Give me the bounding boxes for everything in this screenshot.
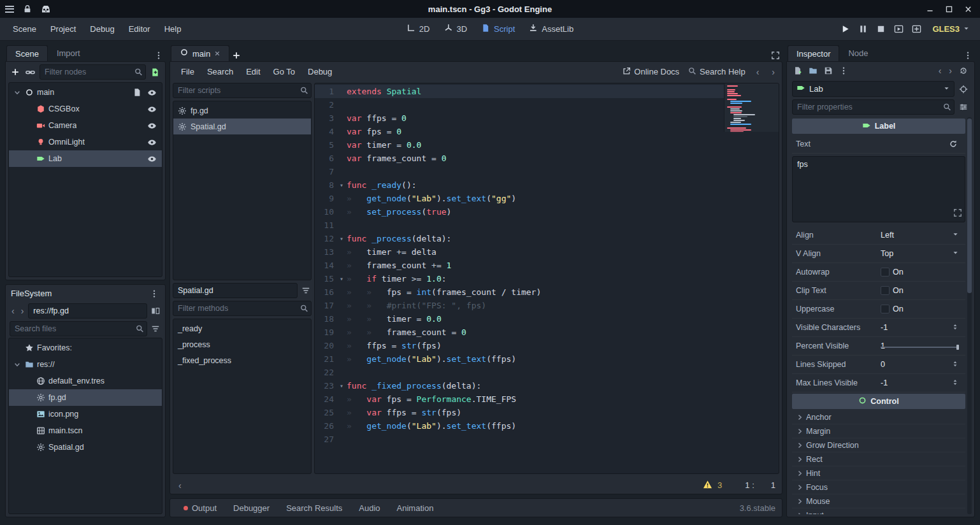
group-margin[interactable]: Margin [792, 424, 965, 438]
edited-node-select[interactable]: Lab [792, 81, 955, 97]
code-editor[interactable]: 1extends Spatial23var ffps = 04var fps =… [314, 83, 779, 474]
scene-node-csgbox[interactable]: CSGBox [9, 101, 162, 117]
slider-track[interactable] [881, 347, 959, 348]
menu-scene[interactable]: Scene [6, 22, 43, 36]
new-resource-icon[interactable] [792, 65, 803, 76]
node-tools-icon[interactable] [958, 83, 969, 95]
resource-options-icon[interactable] [838, 65, 849, 76]
fold-arrow-icon[interactable]: ▾ [336, 178, 347, 192]
method-item--ready[interactable]: _ready [173, 320, 311, 336]
add-node-button[interactable] [10, 66, 21, 78]
script-menu-search[interactable]: Search [201, 64, 239, 79]
chevron-down-icon[interactable] [952, 249, 959, 258]
renderer-select[interactable]: GLES3 [928, 23, 974, 35]
minimize-button[interactable] [921, 3, 938, 15]
inspector-forward-button[interactable]: › [947, 66, 954, 76]
menu-debug[interactable]: Debug [83, 22, 120, 36]
code-line-2[interactable]: 2 [315, 98, 779, 111]
code-minimap[interactable] [724, 83, 779, 132]
code-line-6[interactable]: 6var frames_count = 0 [315, 152, 779, 165]
code-line-27[interactable]: 27 [315, 433, 779, 446]
tab-inspector[interactable]: Inspector [788, 45, 839, 61]
group-input[interactable]: Input [792, 508, 965, 514]
spin-value[interactable]: 0 [881, 360, 885, 369]
save-resource-icon[interactable] [823, 65, 834, 76]
code-line-4[interactable]: 4var fps = 0 [315, 125, 779, 138]
code-line-26[interactable]: 26» get_node("Lab").set_text(ffps) [315, 419, 779, 433]
tab-node[interactable]: Node [840, 45, 876, 61]
file-item-icon-png[interactable]: icon.png [9, 406, 162, 422]
play-scene-button[interactable] [893, 23, 905, 35]
close-tab-icon[interactable] [214, 46, 220, 62]
bottom-tab-search-results[interactable]: Search Results [279, 501, 349, 515]
code-line-19[interactable]: 19» » frames_count = 0 [315, 326, 779, 339]
distraction-free-icon[interactable] [770, 50, 781, 61]
inspector-scrollbar[interactable] [967, 117, 972, 514]
text-value-editor[interactable]: fps [792, 156, 965, 222]
stepper-icon[interactable] [951, 359, 959, 370]
workspace-3d[interactable]: 3D [443, 24, 467, 34]
code-line-12[interactable]: 12▾func _process(delta): [315, 232, 779, 245]
inspector-back-button[interactable]: ‹ [937, 66, 944, 76]
tab-import[interactable]: Import [48, 45, 89, 61]
spin-value[interactable]: -1 [881, 378, 888, 387]
filter-properties-input[interactable] [792, 99, 955, 115]
script-history-back-button[interactable]: ‹ [754, 67, 761, 77]
fold-arrow-icon[interactable]: ▾ [336, 379, 347, 392]
online-docs-button[interactable]: Online Docs [623, 67, 679, 77]
bottom-tab-debugger[interactable]: Debugger [226, 501, 277, 515]
chevron-down-icon[interactable] [952, 231, 959, 240]
new-scene-tab-button[interactable] [231, 50, 242, 61]
file-item-main-tscn[interactable]: main.tscn [9, 422, 162, 439]
checkbox[interactable] [881, 286, 890, 295]
play-button[interactable] [839, 23, 851, 35]
file-item-favorites-[interactable]: Favorites: [9, 340, 162, 356]
visibility-eye-icon[interactable] [146, 87, 158, 99]
dock-options-icon[interactable] [148, 288, 160, 299]
method-item--process[interactable]: _process [173, 336, 311, 352]
instance-scene-button[interactable] [24, 66, 36, 78]
tab-scene[interactable]: Scene [6, 45, 48, 61]
workspace-2d[interactable]: 2D [407, 24, 430, 34]
code-line-11[interactable]: 11 [315, 219, 779, 232]
visibility-eye-icon[interactable] [146, 153, 158, 165]
scene-node-lab[interactable]: Lab [9, 150, 162, 167]
sort-methods-icon[interactable] [300, 285, 312, 296]
code-line-15[interactable]: 15▾» if timer >= 1.0: [315, 272, 779, 285]
warning-icon[interactable] [703, 480, 712, 491]
warning-count[interactable]: 3 [717, 480, 722, 490]
scene-node-camera[interactable]: Camera [9, 117, 162, 134]
nav-forward-button[interactable]: › [19, 306, 26, 316]
group-anchor[interactable]: Anchor [792, 410, 965, 424]
file-item-default-env-tres[interactable]: default_env.tres [9, 373, 162, 389]
code-line-24[interactable]: 24» var fps = Performance.TIME_FPS [315, 392, 779, 406]
section-control-header[interactable]: Control [792, 394, 965, 409]
expand-icon[interactable] [953, 208, 962, 219]
caret-down-icon[interactable] [13, 89, 22, 96]
bottom-tab-output[interactable]: Output [177, 501, 224, 515]
code-line-21[interactable]: 21» get_node("Lab").set_text(ffps) [315, 352, 779, 366]
stepper-icon[interactable] [951, 322, 959, 333]
method-item--fixed-process[interactable]: _fixed_process [173, 352, 311, 368]
stepper-icon[interactable] [951, 378, 959, 389]
checkbox[interactable] [881, 305, 890, 313]
group-hint[interactable]: Hint [792, 466, 965, 480]
pause-button[interactable] [857, 23, 869, 35]
search-files-input[interactable] [10, 321, 147, 336]
attached-script-icon[interactable] [131, 87, 143, 98]
menu-project[interactable]: Project [44, 22, 82, 36]
group-grow-direction[interactable]: Grow Direction [792, 438, 965, 452]
script-item-fp-gd[interactable]: fp.gd [173, 103, 311, 119]
code-line-20[interactable]: 20» ffps = str(fps) [315, 339, 779, 352]
slider-handle[interactable] [956, 345, 959, 350]
workspace-assetlib[interactable]: AssetLib [529, 24, 573, 34]
scene-tab-main[interactable]: main [171, 45, 229, 61]
filter-nodes-input[interactable] [40, 64, 146, 80]
select-value[interactable]: Top [881, 249, 893, 258]
code-line-13[interactable]: 13» timer += delta [315, 245, 779, 259]
dock-options-icon[interactable] [962, 50, 974, 61]
file-item-fp-gd[interactable]: fp.gd [9, 389, 162, 406]
code-line-8[interactable]: 8▾func _ready(): [315, 178, 779, 192]
group-mouse[interactable]: Mouse [792, 494, 965, 508]
code-line-5[interactable]: 5var timer = 0.0 [315, 138, 779, 152]
